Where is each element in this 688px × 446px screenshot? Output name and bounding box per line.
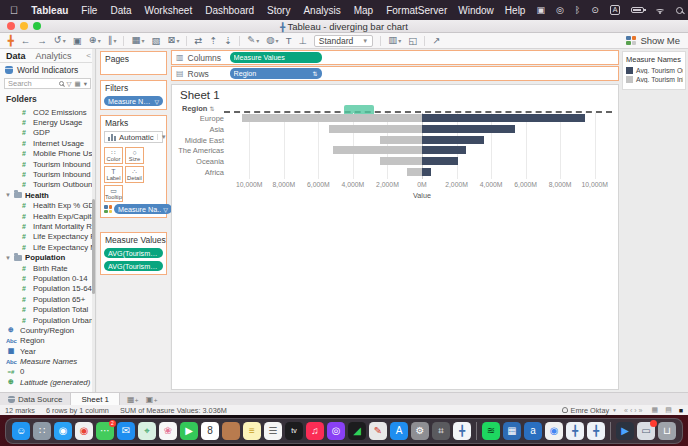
pill-region[interactable]: Region⇅ (230, 68, 322, 79)
row-label-asia[interactable]: Asia (170, 125, 224, 134)
field-energy-usage[interactable]: #Energy Usage (0, 117, 92, 127)
filter-fields-icon[interactable]: ▽ (67, 80, 72, 88)
menu-item-window[interactable]: Window (458, 5, 494, 16)
group-members-icon[interactable]: ◍▾ (266, 33, 278, 48)
view-mode-select[interactable]: Standard▼ (314, 35, 373, 47)
display-settings-icon[interactable]: ⌗ (432, 422, 450, 440)
account-status-icon[interactable]: ◎ (556, 5, 564, 15)
screen-mirroring-icon[interactable]: ▣ (536, 5, 545, 15)
input-source-icon[interactable]: A (610, 5, 621, 15)
show-me-button[interactable]: Show Me (626, 35, 680, 46)
notes-icon[interactable]: ≡ (243, 422, 261, 440)
row-label-middle-east[interactable]: Middle East (170, 136, 224, 145)
mark-type-dropdown[interactable]: Automatic ▼ (104, 131, 163, 143)
field-latitude-generated-[interactable]: ⊕Latitude (generated) (0, 377, 92, 387)
safari-icon[interactable]: ◉ (54, 422, 72, 440)
marks-button-color[interactable]: ∷Color (104, 147, 123, 164)
battery-icon[interactable] (631, 7, 644, 13)
pencil-app-icon[interactable]: ✎ (369, 422, 387, 440)
maps-icon[interactable]: ⌖ (138, 422, 156, 440)
launchpad-icon[interactable]: ∷ (33, 422, 51, 440)
pause-updates-icon[interactable]: ∥▾ (108, 33, 117, 48)
wifi-icon[interactable] (655, 6, 665, 14)
bar-outbound-asia[interactable] (422, 125, 515, 133)
reminders-icon[interactable]: ☰ (264, 422, 282, 440)
menu-item-file[interactable]: File (81, 5, 97, 16)
apple-menu-icon[interactable]:  (10, 4, 18, 16)
field-internet-usage[interactable]: #Internet Usage (0, 138, 92, 148)
measure-values-card[interactable]: Measure Values AVG(Tourism Outbou..AVG(T… (100, 232, 167, 275)
field-tourism-inbound[interactable]: #Tourism Inbound (0, 159, 92, 169)
menu-item-format[interactable]: Format (386, 5, 418, 16)
show-hide-cards-icon[interactable]: ▥▾ (388, 33, 401, 48)
data-source-tab[interactable]: Data Source (0, 393, 70, 405)
mail-icon[interactable]: ✉ (117, 422, 135, 440)
datasource-item[interactable]: World Indicators (0, 63, 95, 76)
show-sheet-sorter-icon[interactable]: ▦ (652, 406, 659, 414)
field-gdp[interactable]: #GDP (0, 128, 92, 138)
new-worksheet-icon[interactable]: ▦▾ (131, 33, 144, 48)
data-pane-scrollbar[interactable] (92, 49, 95, 392)
measure-names-legend[interactable]: Measure Names Avg. Tourism Outbou..Avg. … (622, 51, 686, 90)
duplicate-sheet-icon[interactable]: ▧ (151, 34, 160, 48)
field-tourism-inbound-mi-[interactable]: #Tourism Inbound (mi... (0, 169, 92, 179)
bar-inbound-the-americas[interactable] (333, 146, 422, 154)
sheet1-tab[interactable]: Sheet 1 (70, 393, 120, 405)
field-mobile-phone-usage[interactable]: #Mobile Phone Usage (0, 149, 92, 159)
settings-icon[interactable]: ⚙ (411, 422, 429, 440)
marks-button-size[interactable]: ○Size (125, 147, 144, 164)
finder-icon[interactable]: ☺ (12, 422, 30, 440)
spotlight-icon[interactable] (676, 7, 683, 14)
new-dashboard-button[interactable]: ▣₊ (146, 395, 158, 404)
sort-ascending-icon[interactable]: ⇡ (209, 34, 217, 48)
parallels-icon[interactable]: ▶ (616, 422, 634, 440)
rows-shelf[interactable]: ▤ Rows Region⇅ (171, 66, 619, 81)
group-fields-icon[interactable]: ▦ (75, 80, 81, 88)
pill-avg-tourism-outbou-[interactable]: AVG(Tourism Outbou.. (104, 248, 163, 258)
marks-button-tooltip[interactable]: ▭Tooltip (104, 185, 123, 202)
menu-item-map[interactable]: Map (354, 5, 373, 16)
folder-population[interactable]: ▼Population (0, 252, 92, 262)
bar-inbound-asia[interactable] (329, 125, 422, 133)
field-population-65-[interactable]: #Population 65+ (0, 294, 92, 304)
pill-measure-values[interactable]: Measure Values (230, 52, 322, 63)
sort-descending-icon[interactable]: ⇣ (224, 34, 232, 48)
field-region[interactable]: AbcRegion (0, 336, 92, 346)
marks-button-label[interactable]: TLabel (104, 166, 123, 183)
field-year[interactable]: ▦Year (0, 346, 92, 356)
legend-item[interactable]: Avg. Tourism Inboun.. (626, 76, 683, 83)
field-co2-emissions[interactable]: #CO2 Emissions (0, 107, 92, 117)
app-store-icon[interactable]: A (390, 422, 408, 440)
tableau-icon[interactable]: ╋ (453, 422, 471, 440)
redo-icon[interactable]: → (37, 34, 47, 48)
field-country-region[interactable]: ⊕Country/Region (0, 325, 92, 335)
marks-card[interactable]: Marks Automatic ▼ ∷Color○SizeTLabel∴Deta… (100, 115, 167, 218)
save-icon[interactable]: ▣ (73, 34, 82, 48)
fix-axes-icon[interactable]: ⊥ (298, 34, 306, 48)
music-icon[interactable]: ♫ (306, 422, 324, 440)
bar-inbound-europe[interactable] (242, 114, 423, 122)
field-tourism-outbound[interactable]: #Tourism Outbound (0, 180, 92, 190)
field-health-exp-capita[interactable]: #Health Exp/Capita (0, 211, 92, 221)
field-population-0-14[interactable]: #Population 0-14 (0, 273, 92, 283)
worksheet-canvas[interactable]: Sheet 1 Region ⇅ EuropeAsiaMiddle EastTh… (171, 84, 619, 390)
field-infant-mortality-rate[interactable]: #Infant Mortality Rate (0, 221, 92, 231)
marks-button-detail[interactable]: ∴Detail (125, 166, 144, 183)
menu-item-worksheet[interactable]: Worksheet (145, 5, 193, 16)
field-health-exp-gdp[interactable]: #Health Exp % GDP (0, 201, 92, 211)
browser-tableau-icon[interactable]: ◉ (545, 422, 563, 440)
menu-item-data[interactable]: Data (110, 5, 131, 16)
show-filmstrip-icon[interactable]: ▤ (665, 406, 672, 414)
field-life-expectancy-fem-[interactable]: #Life Expectancy Fem... (0, 232, 92, 242)
field-life-expectancy-male[interactable]: #Life Expectancy Male (0, 242, 92, 252)
tab-analytics[interactable]: Analytics (32, 51, 76, 61)
apple-tv-icon[interactable]: tv (285, 422, 303, 440)
show-mark-labels-icon[interactable]: T (286, 34, 292, 48)
calendar-icon[interactable]: 8 (201, 422, 219, 440)
row-label-europe[interactable]: Europe (170, 114, 224, 123)
field-birth-rate[interactable]: #Birth Rate (0, 263, 92, 273)
updates-icon[interactable]: ⊙ (591, 5, 599, 15)
menu-item-dashboard[interactable]: Dashboard (205, 5, 254, 16)
pill-measure-names[interactable]: Measure Names▽ (104, 96, 163, 106)
chrome-icon[interactable]: ◉ (75, 422, 93, 440)
